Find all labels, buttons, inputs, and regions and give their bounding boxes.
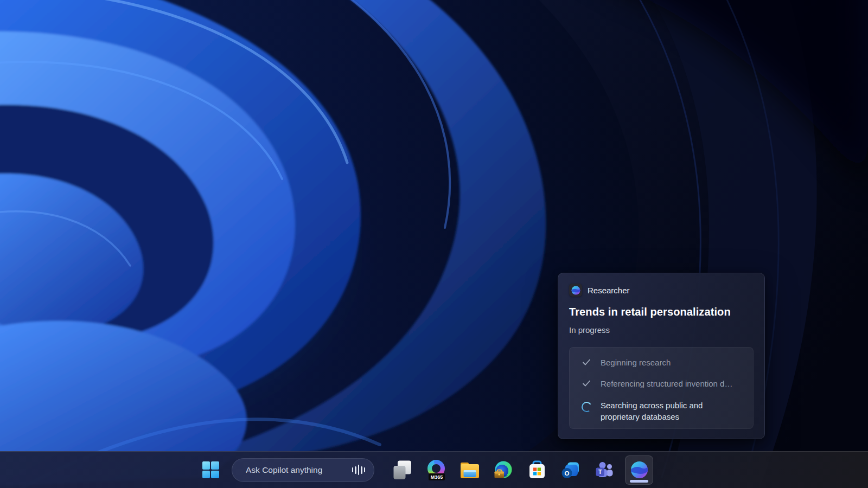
store-icon <box>527 460 547 480</box>
outlook-icon: O <box>561 460 580 480</box>
search-input[interactable] <box>245 465 348 476</box>
active-app-indicator <box>630 480 648 483</box>
researcher-app-button-active[interactable] <box>625 455 653 485</box>
research-task-title: Trends in retail personalization <box>569 305 754 318</box>
research-step-in-progress: Searching across public and proprietary … <box>580 400 742 422</box>
copilot-search-box[interactable] <box>232 458 374 482</box>
researcher-app-icon <box>569 284 582 297</box>
check-icon <box>580 378 592 388</box>
file-explorer-button[interactable] <box>457 457 483 483</box>
voice-waveform-icon[interactable] <box>352 465 366 475</box>
teams-t-letter: T <box>598 468 602 475</box>
researcher-app-name: Researcher <box>588 286 630 295</box>
taskbar: M365 <box>0 451 868 488</box>
researcher-card-header: Researcher <box>569 284 754 297</box>
task-view-button[interactable] <box>390 457 416 483</box>
researcher-logo-sphere <box>571 286 580 295</box>
research-step-completed: Referencing structured invention d… <box>580 378 742 389</box>
progress-spinner-icon <box>580 400 592 412</box>
research-step-completed: Beginning research <box>580 357 742 368</box>
teams-icon: T <box>595 460 614 480</box>
teams-button[interactable]: T <box>591 457 617 483</box>
check-icon <box>580 357 592 367</box>
desktop: Researcher Trends in retail personalizat… <box>0 0 868 488</box>
step-label: Referencing structured invention d… <box>601 378 732 389</box>
m365-copilot-button[interactable]: M365 <box>423 457 449 483</box>
research-status-text: In progress <box>569 325 754 336</box>
file-explorer-icon <box>460 460 480 480</box>
task-view-icon <box>393 460 412 480</box>
outlook-o-letter: O <box>565 470 570 476</box>
step-label: Beginning research <box>601 357 671 368</box>
researcher-icon <box>630 461 648 479</box>
taskbar-app-icons: M365 <box>390 455 653 485</box>
start-icon <box>202 461 219 478</box>
m365-copilot-icon: M365 <box>427 459 445 481</box>
edge-button[interactable] <box>490 457 516 483</box>
edge-icon <box>494 460 513 480</box>
researcher-progress-card[interactable]: Researcher Trends in retail personalizat… <box>558 273 765 439</box>
outlook-button[interactable]: O <box>558 457 584 483</box>
step-label: Searching across public and proprietary … <box>601 400 714 422</box>
research-steps-panel: Beginning research Referencing structure… <box>569 347 754 429</box>
m365-badge-label: M365 <box>431 474 443 480</box>
store-button[interactable] <box>524 457 550 483</box>
start-button[interactable] <box>197 457 224 483</box>
